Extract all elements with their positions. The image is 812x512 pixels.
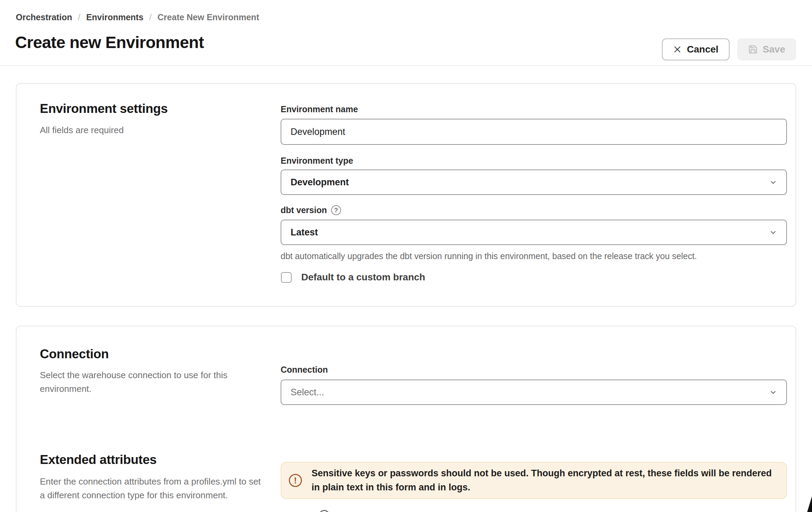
cancel-button-label: Cancel bbox=[687, 44, 719, 55]
environment-settings-card: Environment settings All fields are requ… bbox=[16, 83, 796, 307]
dbt-version-label-text: dbt version bbox=[281, 205, 327, 215]
breadcrumb-separator: / bbox=[149, 12, 152, 22]
connection-card: Connection Select the warehouse connecti… bbox=[16, 326, 796, 512]
environment-name-label: Environment name bbox=[281, 104, 358, 114]
custom-branch-checkbox-row[interactable]: Default to a custom branch bbox=[281, 272, 425, 283]
breadcrumb-separator: / bbox=[78, 12, 80, 22]
warning-banner-text: Sensitive keys or passwords should not b… bbox=[312, 466, 782, 494]
page-title: Create new Environment bbox=[15, 33, 204, 52]
header-divider bbox=[0, 65, 812, 66]
environment-name-input[interactable]: Development bbox=[281, 119, 787, 145]
connection-select[interactable]: Select... bbox=[281, 380, 787, 405]
save-button[interactable]: Save bbox=[737, 38, 796, 60]
help-circle-icon[interactable]: ? bbox=[331, 205, 341, 215]
breadcrumb-environments[interactable]: Environments bbox=[86, 12, 144, 22]
environment-settings-subheading: All fields are required bbox=[40, 124, 124, 137]
environment-settings-heading: Environment settings bbox=[40, 102, 168, 116]
cursor-artifact bbox=[807, 496, 812, 512]
custom-branch-checkbox-label: Default to a custom branch bbox=[301, 272, 425, 283]
dbt-version-label: dbt version ? bbox=[281, 205, 341, 215]
chevron-down-icon bbox=[768, 228, 778, 237]
environment-name-value: Development bbox=[291, 127, 345, 137]
breadcrumb-current-page: Create New Environment bbox=[158, 12, 259, 22]
environment-type-label: Environment type bbox=[281, 156, 353, 166]
environment-type-select[interactable]: Development bbox=[281, 170, 787, 195]
save-floppy-icon bbox=[748, 45, 758, 54]
chevron-down-icon bbox=[768, 177, 778, 187]
extended-attributes-heading: Extended attributes bbox=[40, 453, 157, 467]
sensitive-keys-warning-banner: ! Sensitive keys or passwords should not… bbox=[281, 462, 787, 499]
alert-circle-icon: ! bbox=[289, 474, 302, 487]
custom-branch-checkbox[interactable] bbox=[281, 272, 292, 283]
save-button-label: Save bbox=[763, 44, 785, 55]
chevron-down-icon bbox=[768, 387, 778, 397]
dbt-version-select[interactable]: Latest bbox=[281, 220, 787, 245]
breadcrumb-orchestration[interactable]: Orchestration bbox=[16, 12, 72, 22]
dbt-version-helper-text: dbt automatically upgrades the dbt versi… bbox=[281, 251, 697, 261]
header-actions: Cancel Save bbox=[662, 38, 796, 60]
breadcrumb: Orchestration / Environments / Create Ne… bbox=[16, 12, 259, 22]
connection-field-label: Connection bbox=[281, 365, 328, 375]
environment-type-value: Development bbox=[291, 177, 349, 188]
extended-attributes-description: Enter the connection attributes from a p… bbox=[40, 475, 261, 502]
cancel-button[interactable]: Cancel bbox=[662, 38, 730, 60]
x-icon bbox=[673, 45, 682, 54]
create-environment-page: Orchestration / Environments / Create Ne… bbox=[0, 0, 812, 512]
connection-heading: Connection bbox=[40, 347, 109, 361]
dbt-version-value: Latest bbox=[291, 227, 318, 238]
connection-description: Select the warehouse connection to use f… bbox=[40, 368, 237, 396]
connection-select-placeholder: Select... bbox=[291, 387, 324, 398]
